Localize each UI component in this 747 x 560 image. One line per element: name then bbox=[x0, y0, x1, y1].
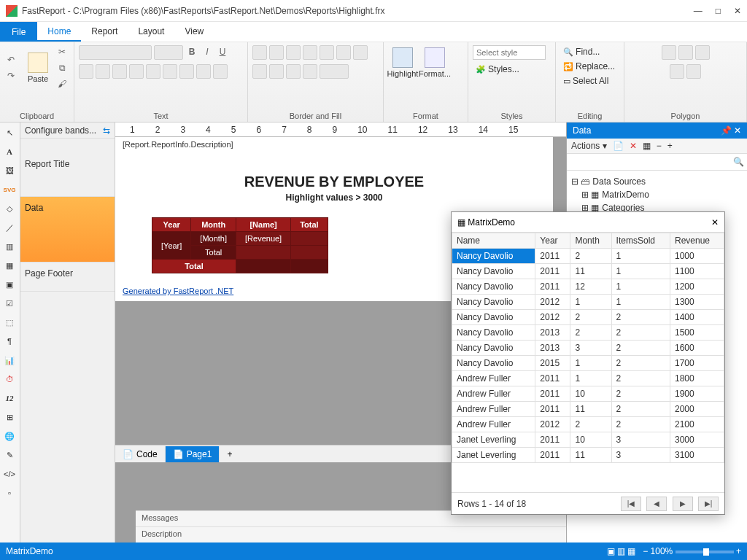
preview-cell[interactable]: Janet Leverling bbox=[452, 432, 535, 448]
selectall-button[interactable]: ▭ Select All bbox=[560, 74, 611, 88]
tab-add[interactable]: + bbox=[220, 446, 239, 462]
matrix-name-header[interactable]: [Name] bbox=[236, 218, 291, 232]
view-mode2-icon[interactable]: ▥ bbox=[617, 546, 625, 556]
preview-cell[interactable]: Andrew Fuller bbox=[452, 402, 535, 417]
polygon-edit-icon[interactable] bbox=[695, 45, 710, 60]
preview-row[interactable]: Andrew Fuller2012222100 bbox=[452, 417, 724, 432]
menu-layout[interactable]: Layout bbox=[128, 22, 174, 42]
preview-col-header[interactable]: Revenue bbox=[670, 233, 724, 249]
nav-first-button[interactable]: |◀ bbox=[621, 497, 641, 511]
preview-row[interactable]: Andrew Fuller20111021900 bbox=[452, 386, 724, 402]
preview-cell[interactable]: Nancy Davolio bbox=[452, 264, 535, 279]
new-datasource-icon[interactable]: 📄 bbox=[613, 141, 624, 151]
preview-cell[interactable]: 2011 bbox=[535, 371, 570, 386]
preview-cell[interactable]: 2011 bbox=[535, 264, 570, 279]
checkbox-tool-icon[interactable]: ☑ bbox=[2, 296, 17, 311]
valign-middle-icon[interactable] bbox=[163, 64, 177, 79]
preview-cell[interactable]: 2 bbox=[611, 371, 670, 386]
preview-cell[interactable]: 10 bbox=[570, 432, 611, 448]
preview-cell[interactable]: 2 bbox=[570, 310, 611, 325]
polygon-add-icon[interactable] bbox=[678, 45, 693, 60]
htmlobject-tool-icon[interactable]: </> bbox=[2, 467, 17, 481]
description-field[interactable]: [Report.ReportInfo.Description] bbox=[123, 140, 233, 149]
collapse-icon[interactable]: − bbox=[657, 141, 662, 151]
report-title-text[interactable]: REVENUE BY EMPLOYEE bbox=[115, 174, 553, 190]
preview-cell[interactable]: 3000 bbox=[670, 432, 724, 448]
border-bottom-icon[interactable] bbox=[269, 45, 284, 60]
fill-color-icon[interactable] bbox=[252, 64, 267, 79]
matrix-revenue-cell[interactable]: [Revenue] bbox=[236, 232, 291, 246]
preview-col-header[interactable]: Month bbox=[570, 233, 611, 249]
preview-cell[interactable]: Nancy Davolio bbox=[452, 356, 535, 371]
preview-cell[interactable]: 1 bbox=[611, 279, 670, 295]
preview-cell[interactable]: 3 bbox=[570, 341, 611, 356]
border-right-icon[interactable] bbox=[303, 45, 317, 60]
menu-file[interactable]: File bbox=[0, 22, 37, 42]
align-right-icon[interactable] bbox=[112, 64, 127, 79]
preview-col-header[interactable]: ItemsSold bbox=[611, 233, 670, 249]
preview-cell[interactable]: Andrew Fuller bbox=[452, 371, 535, 386]
preview-cell[interactable]: 2012 bbox=[535, 310, 570, 325]
preview-cell[interactable]: 1 bbox=[611, 295, 670, 310]
bands-collapse-icon[interactable]: ⇆ bbox=[103, 125, 110, 136]
minimize-button[interactable]: — bbox=[694, 6, 703, 16]
brush-icon[interactable]: 🖌 bbox=[55, 77, 69, 90]
preview-row[interactable]: Nancy Davolio2012111300 bbox=[452, 295, 724, 310]
matrix-rowtotal-cell[interactable] bbox=[291, 232, 328, 246]
preview-col-header[interactable]: Year bbox=[535, 233, 570, 249]
preview-cell[interactable]: 2 bbox=[570, 417, 611, 432]
preview-cell[interactable]: 2 bbox=[570, 325, 611, 341]
border-all-icon[interactable] bbox=[320, 45, 334, 60]
preview-row[interactable]: Janet Leverling20111133100 bbox=[452, 448, 724, 463]
other-tool-icon[interactable]: ▫ bbox=[2, 486, 17, 500]
data-preview-window[interactable]: ▦ MatrixDemo ✕ NameYearMonthItemsSoldRev… bbox=[451, 211, 725, 515]
preview-cell[interactable]: 1200 bbox=[670, 279, 724, 295]
preview-cell[interactable]: 2012 bbox=[535, 417, 570, 432]
font-family-select[interactable] bbox=[79, 45, 152, 60]
preview-cell[interactable]: 1400 bbox=[670, 310, 724, 325]
band-page-footer[interactable]: Page Footer bbox=[20, 262, 115, 292]
preview-cell[interactable]: 2 bbox=[611, 325, 670, 341]
preview-cell[interactable]: 2100 bbox=[670, 417, 724, 432]
search-icon[interactable]: 🔍 bbox=[733, 157, 744, 167]
align-center-icon[interactable] bbox=[96, 64, 110, 79]
preview-cell[interactable]: 11 bbox=[570, 448, 611, 463]
redo-icon[interactable]: ↷ bbox=[4, 69, 18, 82]
close-button[interactable]: ✕ bbox=[734, 6, 741, 16]
preview-cell[interactable]: 1700 bbox=[670, 356, 724, 371]
preview-cell[interactable]: Janet Leverling bbox=[452, 448, 535, 463]
preview-grid[interactable]: NameYearMonthItemsSoldRevenue Nancy Davo… bbox=[452, 233, 724, 463]
cellulartext-tool-icon[interactable]: ⊞ bbox=[2, 410, 17, 424]
preview-cell[interactable]: 2 bbox=[611, 402, 670, 417]
chart-tool-icon[interactable]: 📊 bbox=[2, 353, 17, 368]
preview-row[interactable]: Nancy Davolio2012221400 bbox=[452, 310, 724, 325]
matrix-object[interactable]: Year Month [Name] Total [Year] [Month] [… bbox=[152, 217, 328, 273]
valign-top-icon[interactable] bbox=[146, 64, 160, 79]
preview-cell[interactable]: 2 bbox=[611, 341, 670, 356]
matrix-grandtotal-cell2[interactable] bbox=[291, 260, 328, 273]
preview-cell[interactable]: 3 bbox=[611, 448, 670, 463]
gauge-tool-icon[interactable]: ⏱ bbox=[2, 372, 17, 386]
rotate-icon[interactable] bbox=[213, 64, 228, 79]
style-select[interactable] bbox=[473, 45, 546, 60]
text-tool-icon[interactable]: A bbox=[2, 144, 17, 159]
nav-last-button[interactable]: ▶| bbox=[698, 497, 719, 511]
generated-by-link[interactable]: Generated by FastReport .NET bbox=[123, 287, 233, 295]
matrix-subtotal-label[interactable]: Total bbox=[191, 246, 236, 260]
border-width-select[interactable] bbox=[320, 64, 349, 79]
preview-cell[interactable]: 2011 bbox=[535, 448, 570, 463]
preview-cell[interactable]: 2011 bbox=[535, 386, 570, 402]
italic-button[interactable]: I bbox=[201, 45, 214, 58]
preview-cell[interactable]: Nancy Davolio bbox=[452, 249, 535, 264]
maximize-button[interactable]: □ bbox=[716, 6, 721, 16]
preview-cell[interactable]: 1900 bbox=[670, 386, 724, 402]
font-color-icon[interactable] bbox=[196, 64, 211, 79]
preview-cell[interactable]: 2011 bbox=[535, 249, 570, 264]
preview-cell[interactable]: 2012 bbox=[535, 295, 570, 310]
preview-cell[interactable]: 2 bbox=[611, 356, 670, 371]
band-report-title[interactable]: Report Title bbox=[20, 153, 115, 197]
nav-prev-button[interactable]: ◀ bbox=[646, 497, 667, 511]
preview-cell[interactable]: 2 bbox=[611, 310, 670, 325]
matrix-grandtotal-cell[interactable] bbox=[236, 260, 291, 273]
preview-cell[interactable]: 3 bbox=[611, 432, 670, 448]
